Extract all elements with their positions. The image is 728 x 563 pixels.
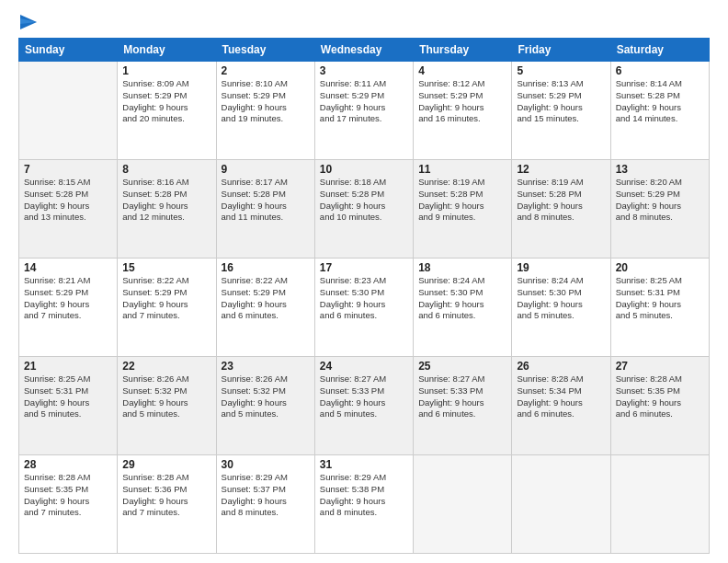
day-number: 16 — [222, 261, 310, 274]
day-number: 22 — [122, 360, 210, 373]
day-number: 2 — [222, 64, 310, 77]
calendar-cell: 24Sunrise: 8:27 AMSunset: 5:33 PMDayligh… — [314, 357, 413, 455]
day-info: Sunrise: 8:16 AMSunset: 5:28 PMDaylight:… — [122, 177, 210, 224]
day-number: 5 — [517, 64, 605, 77]
day-number: 11 — [418, 163, 506, 176]
day-info: Sunrise: 8:28 AMSunset: 5:35 PMDaylight:… — [24, 472, 112, 519]
calendar-cell: 16Sunrise: 8:22 AMSunset: 5:29 PMDayligh… — [216, 259, 314, 357]
calendar-cell: 11Sunrise: 8:19 AMSunset: 5:28 PMDayligh… — [414, 160, 512, 259]
calendar-cell: 25Sunrise: 8:27 AMSunset: 5:33 PMDayligh… — [414, 357, 512, 455]
day-number: 25 — [418, 360, 506, 373]
calendar-week-row: 21Sunrise: 8:25 AMSunset: 5:31 PMDayligh… — [19, 357, 710, 455]
calendar-cell: 23Sunrise: 8:26 AMSunset: 5:32 PMDayligh… — [216, 357, 314, 455]
calendar-cell: 21Sunrise: 8:25 AMSunset: 5:31 PMDayligh… — [19, 357, 118, 455]
day-number: 6 — [616, 64, 704, 77]
calendar-cell: 17Sunrise: 8:23 AMSunset: 5:30 PMDayligh… — [314, 259, 413, 357]
day-info: Sunrise: 8:20 AMSunset: 5:29 PMDaylight:… — [616, 177, 704, 224]
day-info: Sunrise: 8:28 AMSunset: 5:36 PMDaylight:… — [122, 472, 210, 519]
day-number: 30 — [222, 458, 310, 471]
day-number: 8 — [122, 163, 210, 176]
calendar-cell: 27Sunrise: 8:28 AMSunset: 5:35 PMDayligh… — [610, 357, 709, 455]
day-number: 23 — [222, 360, 310, 373]
day-info: Sunrise: 8:28 AMSunset: 5:35 PMDaylight:… — [616, 373, 704, 420]
calendar-cell — [512, 455, 610, 554]
day-info: Sunrise: 8:11 AMSunset: 5:29 PMDaylight:… — [320, 78, 408, 125]
day-info: Sunrise: 8:14 AMSunset: 5:28 PMDaylight:… — [616, 78, 704, 125]
calendar-week-row: 28Sunrise: 8:28 AMSunset: 5:35 PMDayligh… — [19, 455, 710, 554]
day-number: 15 — [122, 261, 210, 274]
day-number: 19 — [517, 261, 605, 274]
calendar-cell — [19, 62, 118, 160]
day-number: 7 — [24, 163, 112, 176]
calendar-cell: 19Sunrise: 8:24 AMSunset: 5:30 PMDayligh… — [512, 259, 610, 357]
calendar-cell: 22Sunrise: 8:26 AMSunset: 5:32 PMDayligh… — [118, 357, 216, 455]
calendar-cell: 5Sunrise: 8:13 AMSunset: 5:29 PMDaylight… — [512, 62, 610, 160]
day-info: Sunrise: 8:29 AMSunset: 5:38 PMDaylight:… — [320, 472, 408, 519]
header — [18, 17, 710, 30]
day-info: Sunrise: 8:10 AMSunset: 5:29 PMDaylight:… — [222, 78, 310, 125]
day-number: 29 — [122, 458, 210, 471]
day-info: Sunrise: 8:22 AMSunset: 5:29 PMDaylight:… — [122, 275, 210, 322]
logo-icon — [20, 15, 37, 33]
day-info: Sunrise: 8:17 AMSunset: 5:28 PMDaylight:… — [222, 177, 310, 224]
day-number: 20 — [616, 261, 704, 274]
logo — [18, 17, 37, 30]
day-number: 3 — [320, 64, 408, 77]
day-number: 10 — [320, 163, 408, 176]
calendar-cell: 3Sunrise: 8:11 AMSunset: 5:29 PMDaylight… — [314, 62, 413, 160]
day-info: Sunrise: 8:19 AMSunset: 5:28 PMDaylight:… — [517, 177, 605, 224]
day-number: 31 — [320, 458, 408, 471]
day-info: Sunrise: 8:22 AMSunset: 5:29 PMDaylight:… — [222, 275, 310, 322]
calendar-cell: 13Sunrise: 8:20 AMSunset: 5:29 PMDayligh… — [610, 160, 709, 259]
day-info: Sunrise: 8:09 AMSunset: 5:29 PMDaylight:… — [122, 78, 210, 125]
day-info: Sunrise: 8:23 AMSunset: 5:30 PMDaylight:… — [320, 275, 408, 322]
calendar-cell: 2Sunrise: 8:10 AMSunset: 5:29 PMDaylight… — [216, 62, 314, 160]
calendar-cell: 14Sunrise: 8:21 AMSunset: 5:29 PMDayligh… — [19, 259, 118, 357]
calendar-cell: 29Sunrise: 8:28 AMSunset: 5:36 PMDayligh… — [118, 455, 216, 554]
calendar-cell: 31Sunrise: 8:29 AMSunset: 5:38 PMDayligh… — [314, 455, 413, 554]
calendar-cell: 10Sunrise: 8:18 AMSunset: 5:28 PMDayligh… — [314, 160, 413, 259]
day-info: Sunrise: 8:24 AMSunset: 5:30 PMDaylight:… — [517, 275, 605, 322]
col-header-wednesday: Wednesday — [314, 39, 413, 62]
day-number: 1 — [122, 64, 210, 77]
day-info: Sunrise: 8:29 AMSunset: 5:37 PMDaylight:… — [222, 472, 310, 519]
day-info: Sunrise: 8:21 AMSunset: 5:29 PMDaylight:… — [24, 275, 112, 322]
day-info: Sunrise: 8:26 AMSunset: 5:32 PMDaylight:… — [222, 373, 310, 420]
day-number: 17 — [320, 261, 408, 274]
calendar-cell: 30Sunrise: 8:29 AMSunset: 5:37 PMDayligh… — [216, 455, 314, 554]
col-header-thursday: Thursday — [414, 39, 512, 62]
col-header-friday: Friday — [512, 39, 610, 62]
day-info: Sunrise: 8:18 AMSunset: 5:28 PMDaylight:… — [320, 177, 408, 224]
day-number: 26 — [517, 360, 605, 373]
col-header-saturday: Saturday — [610, 39, 709, 62]
day-info: Sunrise: 8:25 AMSunset: 5:31 PMDaylight:… — [616, 275, 704, 322]
day-info: Sunrise: 8:12 AMSunset: 5:29 PMDaylight:… — [418, 78, 506, 125]
calendar-cell: 18Sunrise: 8:24 AMSunset: 5:30 PMDayligh… — [414, 259, 512, 357]
calendar-cell: 28Sunrise: 8:28 AMSunset: 5:35 PMDayligh… — [19, 455, 118, 554]
day-number: 9 — [222, 163, 310, 176]
day-number: 27 — [616, 360, 704, 373]
day-info: Sunrise: 8:27 AMSunset: 5:33 PMDaylight:… — [320, 373, 408, 420]
page: SundayMondayTuesdayWednesdayThursdayFrid… — [0, 0, 728, 563]
calendar-cell: 1Sunrise: 8:09 AMSunset: 5:29 PMDaylight… — [118, 62, 216, 160]
day-number: 4 — [418, 64, 506, 77]
day-number: 14 — [24, 261, 112, 274]
day-number: 18 — [418, 261, 506, 274]
calendar-cell: 4Sunrise: 8:12 AMSunset: 5:29 PMDaylight… — [414, 62, 512, 160]
calendar-week-row: 7Sunrise: 8:15 AMSunset: 5:28 PMDaylight… — [19, 160, 710, 259]
day-info: Sunrise: 8:28 AMSunset: 5:34 PMDaylight:… — [517, 373, 605, 420]
col-header-tuesday: Tuesday — [216, 39, 314, 62]
day-info: Sunrise: 8:15 AMSunset: 5:28 PMDaylight:… — [24, 177, 112, 224]
col-header-sunday: Sunday — [19, 39, 118, 62]
calendar-cell: 26Sunrise: 8:28 AMSunset: 5:34 PMDayligh… — [512, 357, 610, 455]
day-info: Sunrise: 8:19 AMSunset: 5:28 PMDaylight:… — [418, 177, 506, 224]
day-info: Sunrise: 8:24 AMSunset: 5:30 PMDaylight:… — [418, 275, 506, 322]
col-header-monday: Monday — [118, 39, 216, 62]
calendar-cell: 20Sunrise: 8:25 AMSunset: 5:31 PMDayligh… — [610, 259, 709, 357]
calendar-week-row: 1Sunrise: 8:09 AMSunset: 5:29 PMDaylight… — [19, 62, 710, 160]
calendar-header-row: SundayMondayTuesdayWednesdayThursdayFrid… — [19, 39, 710, 62]
day-info: Sunrise: 8:25 AMSunset: 5:31 PMDaylight:… — [24, 373, 112, 420]
calendar-cell: 15Sunrise: 8:22 AMSunset: 5:29 PMDayligh… — [118, 259, 216, 357]
day-info: Sunrise: 8:27 AMSunset: 5:33 PMDaylight:… — [418, 373, 506, 420]
day-info: Sunrise: 8:13 AMSunset: 5:29 PMDaylight:… — [517, 78, 605, 125]
